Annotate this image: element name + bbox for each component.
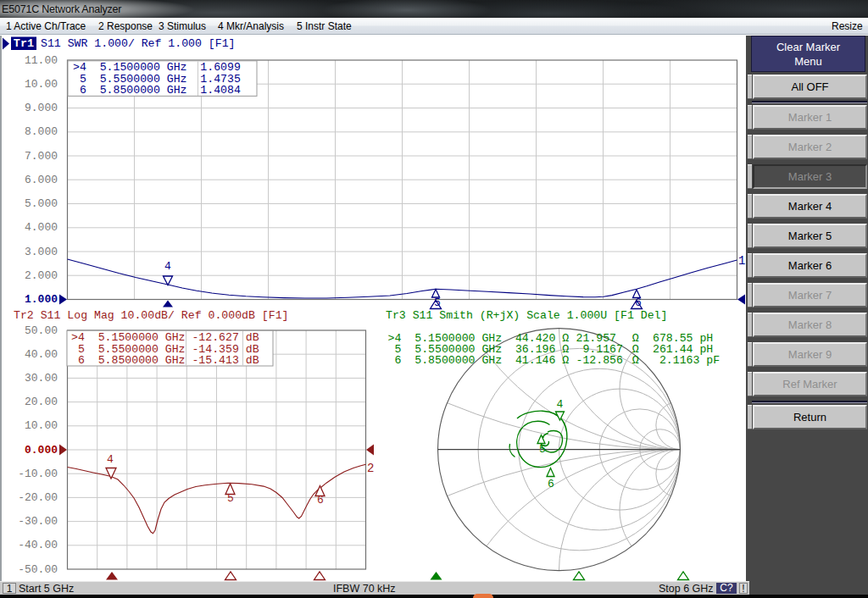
svg-text:5: 5 [539,443,546,456]
svg-text:9.000: 9.000 [25,102,58,114]
svg-text:S11 SWR 1.000/ Ref 1.000 [F1]: S11 SWR 1.000/ Ref 1.000 [F1] [41,37,236,50]
svg-text:10.00: 10.00 [25,78,58,91]
svg-text:6.000: 6.000 [25,174,58,186]
svg-text:1.000: 1.000 [25,293,58,306]
svg-text:10.00: 10.00 [25,419,58,432]
svg-text:Ω: Ω [632,354,639,367]
svg-text:Tr1: Tr1 [14,37,34,50]
svg-text:-20.00: -20.00 [18,491,58,504]
svg-text:3.000: 3.000 [25,246,58,258]
svg-text:6 5.8500000 GHz 1.4084: 6 5.8500000 GHz 1.4084 [73,84,241,97]
svg-text:-10.00: -10.00 [18,468,58,480]
svg-text:50.00: 50.00 [25,324,58,337]
svg-text:-12.856: -12.856 [576,354,623,367]
svg-text:11.00: 11.00 [25,54,58,67]
svg-text:Tr2 S11 Log Mag 10.00dB/ Ref 0: Tr2 S11 Log Mag 10.00dB/ Ref 0.000dB [F1… [14,309,288,322]
svg-text:2: 2 [367,462,374,475]
svg-text:4: 4 [557,398,564,411]
svg-text:-50.00: -50.00 [18,563,58,576]
svg-text:-30.00: -30.00 [18,515,58,528]
svg-text:4: 4 [164,260,171,273]
svg-text:7.000: 7.000 [25,150,58,163]
svg-text:8.000: 8.000 [25,125,58,138]
svg-text:20.00: 20.00 [25,396,58,408]
svg-text:4.000: 4.000 [25,221,58,234]
svg-text:1: 1 [738,254,745,268]
svg-text:6: 6 [548,478,554,490]
svg-text:2.1163 pF: 2.1163 pF [653,354,720,367]
svg-text:5: 5 [227,492,234,505]
svg-text:6 5.8500000 GHz -15.413 dB: 6 5.8500000 GHz -15.413 dB [71,354,259,367]
svg-text:30.00: 30.00 [25,372,58,385]
svg-text:40.00: 40.00 [25,348,58,361]
svg-text:5.000: 5.000 [25,197,58,210]
svg-text:4: 4 [107,453,114,466]
svg-text:6 5.8500000 GHz 41.146 Ω: 6 5.8500000 GHz 41.146 Ω [388,354,570,367]
svg-text:2.000: 2.000 [25,269,58,282]
svg-text:6: 6 [317,494,324,507]
svg-text:0.000: 0.000 [25,444,58,457]
svg-text:Tr3 S11 Smith (R+jX) Scale 1.0: Tr3 S11 Smith (R+jX) Scale 1.000U [F1 De… [386,309,667,322]
svg-text:-40.00: -40.00 [18,539,58,551]
